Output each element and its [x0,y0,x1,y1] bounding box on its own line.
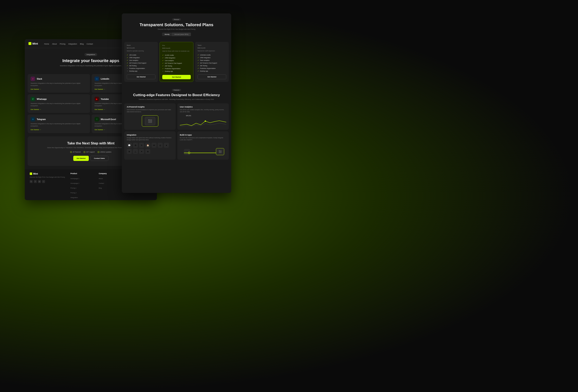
plan-features-basic: ✓100 credits ✓CRM Integration ✓User anal… [127,54,155,72]
check-icon: ✓ [197,59,199,61]
feature-card-analytics: User Analytics Get all the user related … [177,103,229,130]
int-icon-11: ⊕ [145,149,150,154]
plan-btn-team[interactable]: Get Started [197,75,226,79]
card-name: Telegram [37,118,46,121]
plan-price-pro: $36 /month [162,47,191,49]
plan-desc-basic: Ideal for sporadic sourcing [127,50,155,52]
footer-link-about[interactable]: About [99,178,103,179]
ai-chip-small: ⬛ [216,148,224,155]
get-started-link-slack[interactable]: Get Started → [31,88,87,90]
integration-card-slack: # Slack Seamless integration is the key … [28,74,90,93]
footer-link-homepage2[interactable]: Homepage 2 [70,182,79,184]
footer-logo-icon [30,173,32,175]
features-subtitle: Discover a Seamless Experience with Mint… [124,98,229,100]
chart-value: $45,091 [186,115,191,116]
feature-item: ✕Desktop app [127,70,155,72]
cta-contact-sales-button[interactable]: Contact Sales [91,156,108,161]
check-icon: ✓ [162,68,164,70]
check-icon: ✓ [127,57,128,59]
feature-item: ✕Predictive Segmentation [127,67,155,69]
footer-link-blog[interactable]: Blog [99,187,102,189]
plan-btn-pro[interactable]: Get Started [162,75,191,79]
features-badge: Features [172,89,181,91]
linkedin-icon: in [95,77,99,81]
feature-item: ✓24/7 Email & Chat Support [197,62,226,64]
nav-link-blog[interactable]: Blog [80,43,84,45]
footer-link-pricing1[interactable]: Pricing 1 [70,187,76,189]
cta-badge-ai: AI Powered [70,151,81,153]
social-tiktok-icon[interactable]: ♪ [42,180,45,183]
feature-item: ✓CRM Integration [197,57,226,59]
toggle-monthly-button[interactable]: Montly [162,33,172,36]
feature-item: ✓24/7 Email & Chat Support [127,62,155,64]
integration-card-telegram: ✈ Telegram Seamless integration is the k… [28,115,90,133]
nav-link-contact[interactable]: Contact [87,43,93,45]
get-started-link-whatsapp[interactable]: Get Started → [31,109,87,110]
cta-get-started-button[interactable]: Get Started [73,156,89,161]
feature-item: ✓CRM Integration [127,57,155,59]
nav-link-about[interactable]: About [52,43,57,45]
window-right: Release Transparent Solutions, Tailored … [122,13,231,193]
social-instagram-icon[interactable]: ◎ [38,180,41,183]
plan-features-team: ✓Unlimited credits ✓CRM Integration ✓Tea… [197,54,226,72]
feature-item: ✓User analytics [127,59,155,61]
feature-card-integration: Integration Design better and spend less… [124,131,176,160]
footer-company-col: Company About Contact Blog [99,173,124,200]
plan-desc-team: Tailored for swift expansion [197,50,226,52]
release-badge: Release [172,18,181,21]
feature-item: ✓CRM Integration [162,57,191,59]
footer-link-homepage1[interactable]: Homepage 1 [70,178,79,179]
footer-link-contact[interactable]: Contact [99,182,104,184]
check-icon: ✓ [197,70,199,72]
plan-features-pro: ✓10,000 credits ✓CRM Integration ✓User a… [162,54,191,72]
feature-item: ✓24/7 Email & Chat Support [162,62,191,64]
footer-product-col: Product Homepage 1 Homepage 2 Pricing 1 … [70,173,95,200]
check-icon: ✓ [197,57,199,59]
integration-card-whatsapp: ✆ Whatsapp Seamless integration is the k… [28,94,90,113]
feature-desc-integration: Design better and spend less time withou… [127,137,173,141]
card-name: Slack [37,78,42,80]
int-icon-10: ✦ [139,149,144,154]
x-icon: ✕ [127,70,128,72]
feature-card-ai: AI-Powered Insights Get Al-driven recomm… [124,103,176,130]
feature-item: ✕Desktop app [162,70,191,72]
cta-badge-support: 24/7 support [84,151,95,153]
slack-icon: # [31,77,35,81]
x-icon: ✕ [162,70,164,72]
int-icon-6: ◎ [158,143,163,148]
features-section: Features Cutting-edge Features Designed … [122,85,231,163]
check-icon: ✓ [197,65,199,67]
pricing-cards: Basic $24 /month Ideal for sporadic sour… [122,42,231,85]
pricing-card-basic: Basic $24 /month Ideal for sporadic sour… [124,42,158,82]
footer-social: 𝕏 f ◎ ♪ [30,180,67,183]
nav-link-home[interactable]: Home [44,43,49,45]
toggle-annual-button[interactable]: Annual (save 50%) [172,33,191,36]
nav-links: Home About Pricing Integration Blog Cont… [44,42,93,45]
card-desc: Seamless integration is the key to maxim… [31,123,87,127]
check-icon: ✓ [127,62,128,64]
plan-desc-pro: Ideal for those with minor to moderate u… [162,50,191,52]
int-icon-2: ⚙ [133,143,138,148]
feature-item: ✓100 credits [127,54,155,56]
excel-icon: X [95,117,99,122]
lifetime-icon [98,151,99,153]
card-header: ✆ Whatsapp [31,97,87,101]
social-twitter-icon[interactable]: 𝕏 [30,180,33,183]
card-name: Microsoft Excel [101,118,116,121]
feature-desc-analytics: Get all the user related analytics like,… [180,109,226,113]
social-facebook-icon[interactable]: f [34,180,37,183]
get-started-link-telegram[interactable]: Get Started → [31,129,87,131]
int-icon-7: ✦ [164,143,169,148]
check-icon: ✓ [127,59,128,61]
feature-desc-ai: Get Al-driven recommendations to improve… [127,109,173,113]
footer-link-pricing2[interactable]: Pricing 2 [70,192,76,194]
plan-btn-basic[interactable]: Get Started [127,75,155,79]
nav-link-pricing[interactable]: Pricing [60,43,65,45]
nav-link-integration[interactable]: Integration [68,43,77,45]
footer-link-integration[interactable]: Integration [70,197,78,198]
youtube-icon: ▶ [95,97,99,101]
check-icon: ✓ [162,65,164,67]
features-title: Cutting-edge Features Designed to Boost … [124,93,229,97]
feature-item: ✓Predictive Segmentation [162,68,191,70]
feature-title-analytics: User Analytics [180,106,226,108]
